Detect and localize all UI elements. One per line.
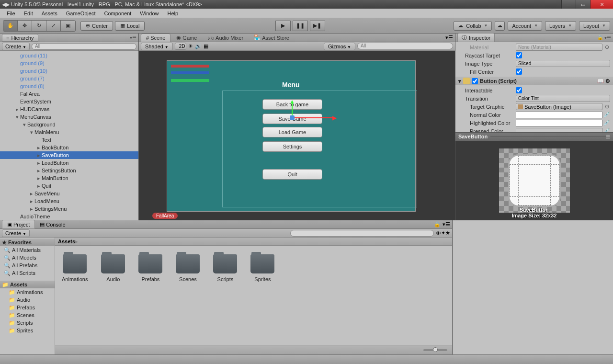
eyedropper-icon[interactable]: 💉 bbox=[603, 120, 610, 126]
folder-item[interactable]: Sprites bbox=[250, 254, 274, 282]
move-tool-button[interactable]: ✥ bbox=[18, 21, 32, 31]
hierarchy-item[interactable]: ground (10) bbox=[0, 67, 138, 75]
hierarchy-item[interactable]: ▾MainMenu bbox=[0, 128, 138, 136]
tab-console[interactable]: ▤Console bbox=[35, 220, 70, 228]
menu-edit[interactable]: Edit bbox=[20, 10, 37, 17]
step-button[interactable]: ▶❚ bbox=[310, 21, 325, 31]
hierarchy-item[interactable]: ground (8) bbox=[0, 82, 138, 90]
hierarchy-tree[interactable]: ground (11)ground (9)ground (10)ground (… bbox=[0, 51, 138, 220]
folder-item[interactable]: Scenes bbox=[176, 254, 200, 282]
tab-game[interactable]: ◉Game bbox=[171, 34, 202, 42]
panel-menu-icon[interactable]: ☰ bbox=[606, 134, 610, 139]
play-button[interactable]: ▶ bbox=[275, 21, 291, 31]
hierarchy-item[interactable]: ▸LoadMenu bbox=[0, 197, 138, 205]
hierarchy-item[interactable]: ▸BackButton bbox=[0, 144, 138, 151]
scene-search-input[interactable] bbox=[357, 43, 453, 49]
gear-icon[interactable]: ⚙ bbox=[605, 78, 610, 84]
rect-tool-button[interactable]: ▣ bbox=[61, 21, 75, 31]
fill-center-checkbox[interactable] bbox=[516, 68, 522, 75]
hierarchy-create-button[interactable]: Create ▼ bbox=[2, 43, 30, 50]
favorite-item[interactable]: 🔍All Materials bbox=[0, 246, 55, 254]
pressed-color-swatch[interactable] bbox=[516, 128, 602, 132]
hierarchy-item[interactable]: ▸SettingsButton bbox=[0, 167, 138, 174]
asset-tree-item[interactable]: 📁Scripts bbox=[0, 319, 55, 327]
2d-toggle-button[interactable]: 2D bbox=[175, 43, 186, 50]
gizmos-dropdown[interactable]: Gizmos ▼ bbox=[324, 43, 355, 50]
hierarchy-item[interactable]: ground (7) bbox=[0, 75, 138, 82]
pivot-local-button[interactable]: ▦Local bbox=[115, 21, 145, 31]
assets-header[interactable]: 📁 Assets bbox=[0, 281, 55, 288]
asset-tree-item[interactable]: 📁Prefabs bbox=[0, 304, 55, 311]
thumbnail-size-slider[interactable] bbox=[423, 349, 447, 351]
eyedropper-icon[interactable]: 💉 bbox=[603, 112, 610, 118]
filter-label-icon[interactable]: ✦ bbox=[441, 230, 445, 236]
breadcrumb[interactable]: Assets ▸ bbox=[55, 238, 452, 246]
menu-assets[interactable]: Assets bbox=[38, 10, 61, 17]
highlighted-color-swatch[interactable] bbox=[516, 120, 602, 126]
rotate-tool-button[interactable]: ↻ bbox=[32, 21, 46, 31]
hierarchy-item[interactable]: ▸MainButton bbox=[0, 174, 138, 182]
folder-item[interactable]: Scripts bbox=[213, 254, 237, 282]
hierarchy-item[interactable]: Text bbox=[0, 136, 138, 144]
scale-tool-button[interactable]: ⤢ bbox=[46, 21, 61, 31]
target-graphic-field[interactable]: SaveButton (Image) bbox=[516, 103, 602, 110]
favorite-item[interactable]: 🔍All Models bbox=[0, 254, 55, 262]
panel-menu-icon[interactable]: ▾☰ bbox=[130, 35, 136, 40]
filter-icon[interactable]: 👁 bbox=[436, 230, 441, 236]
folder-grid[interactable]: AnimationsAudioPrefabsScenesScriptsSprit… bbox=[55, 246, 452, 345]
hierarchy-item[interactable]: ▾Background bbox=[0, 121, 138, 128]
hierarchy-item[interactable]: ▸SettingsMenu bbox=[0, 205, 138, 213]
collab-dropdown[interactable]: ☁Collab▼ bbox=[454, 21, 492, 31]
menu-component[interactable]: Component bbox=[100, 10, 135, 17]
audio-icon[interactable]: 🔊 bbox=[195, 43, 202, 49]
hierarchy-item[interactable]: FallArea bbox=[0, 90, 138, 98]
hierarchy-item[interactable]: ▸HUDCanvas bbox=[0, 105, 138, 113]
material-field[interactable]: None (Material) bbox=[516, 44, 602, 51]
tab-audio-mixer[interactable]: ♪♫Audio Mixer bbox=[203, 34, 248, 42]
folder-item[interactable]: Audio bbox=[101, 254, 125, 282]
save-search-icon[interactable]: ★ bbox=[445, 230, 450, 236]
interactable-checkbox[interactable] bbox=[516, 87, 522, 93]
panel-menu-icon[interactable]: 🔒 ▾☰ bbox=[597, 35, 611, 40]
quit-button[interactable]: Quit bbox=[262, 169, 322, 180]
tab-asset-store[interactable]: 🏪Asset Store bbox=[249, 34, 294, 42]
menu-file[interactable]: File bbox=[3, 10, 19, 17]
hierarchy-search-input[interactable] bbox=[32, 43, 136, 50]
object-picker-icon[interactable]: ⊙ bbox=[603, 103, 610, 110]
hierarchy-item[interactable]: ▸SaveButton bbox=[0, 151, 138, 159]
asset-tree-item[interactable]: 📁Scenes bbox=[0, 311, 55, 319]
raycast-target-checkbox[interactable] bbox=[516, 52, 522, 58]
help-icon[interactable]: 📖 bbox=[597, 78, 604, 84]
eyedropper-icon[interactable]: 💉 bbox=[603, 128, 610, 132]
project-search-input[interactable] bbox=[290, 230, 434, 237]
scene-viewport[interactable]: Menu Back to game Save Game Load Game Se… bbox=[139, 51, 455, 220]
favorites-header[interactable]: ★ Favorites bbox=[0, 239, 55, 246]
image-type-dropdown[interactable]: Sliced bbox=[516, 60, 610, 67]
settings-button[interactable]: Settings bbox=[262, 141, 322, 152]
fx-icon[interactable]: ▦ bbox=[204, 43, 208, 49]
button-component-header[interactable]: ▾Button (Script)📖 ⚙ bbox=[455, 77, 613, 85]
folder-item[interactable]: Animations bbox=[62, 254, 88, 282]
hierarchy-item[interactable]: ground (9) bbox=[0, 59, 138, 67]
tab-project[interactable]: ▣Project bbox=[2, 220, 35, 229]
menu-window[interactable]: Window bbox=[136, 10, 162, 17]
hierarchy-item[interactable]: ▸SaveMenu bbox=[0, 190, 138, 197]
hierarchy-item[interactable]: ▸Quit bbox=[0, 182, 138, 190]
pause-button[interactable]: ❚❚ bbox=[293, 21, 308, 31]
maximize-button[interactable]: ▭ bbox=[576, 0, 590, 9]
menu-gameobject[interactable]: GameObject bbox=[62, 10, 100, 17]
pivot-center-button[interactable]: ⊕Center bbox=[80, 21, 113, 31]
normal-color-swatch[interactable] bbox=[516, 112, 602, 118]
asset-tree-item[interactable]: 📁Animations bbox=[0, 288, 55, 296]
gizmo-x-axis[interactable] bbox=[292, 117, 335, 118]
hierarchy-item[interactable]: EventSystem bbox=[0, 98, 138, 105]
lock-icon[interactable]: 🔒 bbox=[434, 221, 441, 228]
inspector-tab[interactable]: ⓘInspector bbox=[457, 33, 495, 42]
menu-help[interactable]: Help bbox=[163, 10, 182, 17]
project-create-button[interactable]: Create ▼ bbox=[2, 229, 30, 237]
minimize-button[interactable]: — bbox=[561, 0, 576, 9]
hierarchy-item[interactable]: ▾MenuCanvas bbox=[0, 113, 138, 121]
hand-tool-button[interactable]: ✋ bbox=[3, 21, 18, 31]
layout-dropdown[interactable]: Layout▼ bbox=[579, 21, 610, 31]
account-dropdown[interactable]: Account▼ bbox=[508, 21, 542, 31]
